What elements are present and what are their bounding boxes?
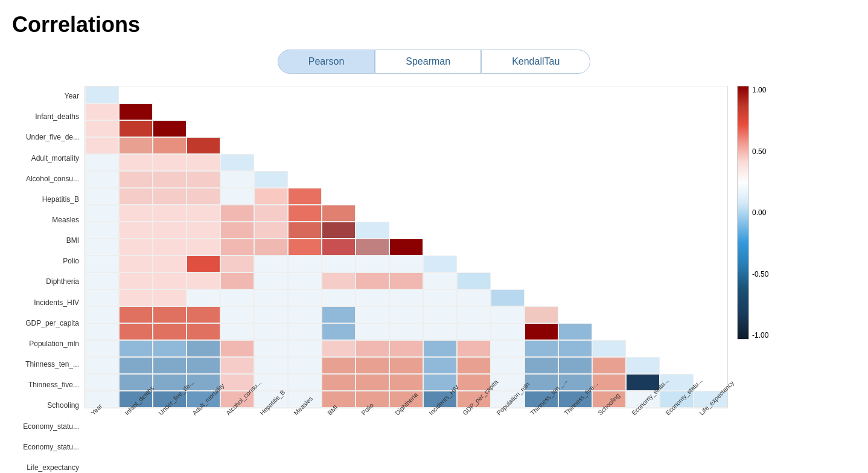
cell <box>119 289 153 306</box>
cell <box>356 340 389 357</box>
cell <box>491 86 525 103</box>
cell <box>592 374 626 391</box>
y-label-alcohol: Alcohol_consu... <box>12 170 81 187</box>
cell <box>626 188 660 205</box>
cell <box>525 323 558 340</box>
cell <box>356 154 389 171</box>
cell <box>288 272 322 289</box>
tab-spearman[interactable]: Spearman <box>375 50 481 74</box>
cell <box>626 272 660 289</box>
cell <box>423 323 457 340</box>
cell <box>626 154 660 171</box>
cell <box>389 289 423 306</box>
x-label-thin5: Thinness_five... <box>558 411 592 473</box>
y-label-thin10: Thinness_ten_... <box>12 356 81 373</box>
legend-mid1: 0.50 <box>752 147 768 156</box>
cell <box>491 205 525 222</box>
tab-pearson[interactable]: Pearson <box>278 50 375 74</box>
cell <box>254 340 288 357</box>
cell <box>694 272 727 289</box>
tab-kendalltau[interactable]: KendallTau <box>481 50 590 74</box>
cell <box>153 289 187 306</box>
cell <box>119 188 153 205</box>
cell <box>626 357 660 374</box>
cell <box>254 306 288 323</box>
cell <box>119 120 153 137</box>
cell <box>558 239 592 256</box>
cell <box>491 103 525 120</box>
y-label-hiv: Incidents_HIV <box>12 294 81 311</box>
cell <box>254 120 288 137</box>
cell <box>491 357 525 374</box>
cell <box>558 306 592 323</box>
cell <box>558 86 592 103</box>
cell <box>694 323 727 340</box>
cell <box>220 154 254 171</box>
cell <box>85 374 119 391</box>
cell <box>660 323 694 340</box>
cell <box>187 222 220 239</box>
cell <box>626 306 660 323</box>
cell <box>491 137 525 154</box>
x-label-underfive: Under_five_de... <box>152 411 186 473</box>
cell <box>254 137 288 154</box>
cell <box>525 120 558 137</box>
y-label-infant: Infant_deaths <box>12 108 81 125</box>
cell <box>119 306 153 323</box>
cell <box>220 323 254 340</box>
cell <box>85 222 119 239</box>
cell <box>389 171 423 188</box>
cell <box>525 86 558 103</box>
legend: 1.00 0.50 0.00 -0.50 -1.00 <box>737 86 768 473</box>
cell <box>525 188 558 205</box>
cell <box>220 188 254 205</box>
cell <box>592 86 626 103</box>
cell <box>457 256 491 272</box>
cell <box>558 256 592 272</box>
cell <box>85 289 119 306</box>
x-label-measles: Measles <box>287 411 321 473</box>
cell <box>660 357 694 374</box>
cell <box>153 154 187 171</box>
chart-area: Year Infant_deaths Under_five_de... Adul… <box>12 86 856 473</box>
cell <box>322 171 356 188</box>
cell <box>389 120 423 137</box>
cell <box>356 306 389 323</box>
cell <box>694 205 727 222</box>
cell <box>288 171 322 188</box>
x-label-life: Life_expectancy <box>693 411 727 473</box>
cell <box>525 289 558 306</box>
cell <box>254 357 288 374</box>
cell <box>356 374 389 391</box>
cell <box>525 171 558 188</box>
cell <box>288 103 322 120</box>
x-label-econ2: Economy_statu... <box>659 411 693 473</box>
cell <box>119 137 153 154</box>
legend-zero: 0.00 <box>752 208 768 217</box>
cell <box>220 205 254 222</box>
cell <box>592 289 626 306</box>
cell <box>153 171 187 188</box>
cell <box>660 171 694 188</box>
cell <box>187 357 220 374</box>
cell <box>187 137 220 154</box>
cell <box>389 340 423 357</box>
cell <box>491 239 525 256</box>
legend-mid2: -0.50 <box>752 270 768 278</box>
cell <box>322 154 356 171</box>
cell <box>423 256 457 272</box>
cell <box>254 86 288 103</box>
cell <box>356 272 389 289</box>
cell <box>491 171 525 188</box>
cell <box>525 222 558 239</box>
cell <box>288 222 322 239</box>
cell <box>322 120 356 137</box>
cell <box>525 306 558 323</box>
x-label-schooling: Schooling <box>592 411 625 473</box>
cell <box>592 171 626 188</box>
cell <box>153 120 187 137</box>
cell <box>592 103 626 120</box>
x-label-hiv: Incidents_HIV <box>423 411 456 473</box>
cell <box>356 222 389 239</box>
cell <box>254 272 288 289</box>
